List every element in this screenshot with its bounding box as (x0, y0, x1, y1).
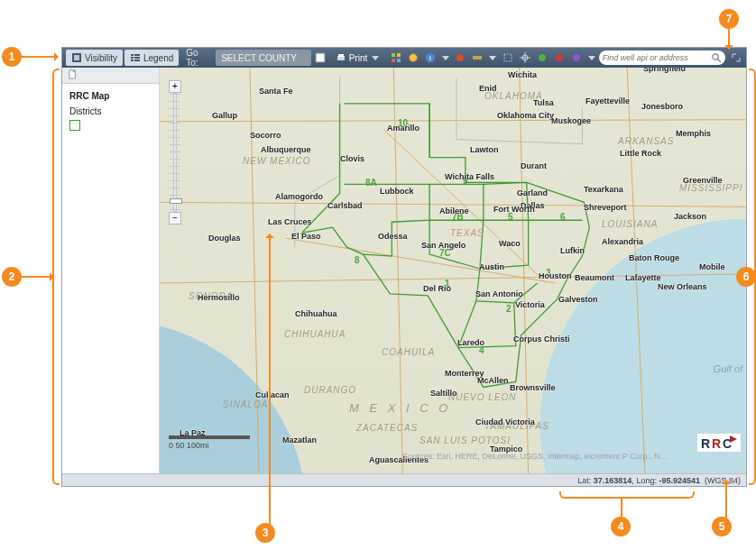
expand-button[interactable] (731, 51, 742, 64)
identify-button[interactable] (453, 50, 468, 66)
svg-text:R: R (701, 436, 710, 451)
svg-point-29 (573, 54, 580, 61)
country-label-mexico: M E X I C O (349, 401, 451, 415)
refresh-button[interactable] (534, 50, 549, 66)
svg-rect-12 (392, 53, 395, 57)
county-select[interactable]: SELECT COUNTY (216, 50, 310, 66)
city-label: San Antonio (475, 289, 523, 298)
zoom-out-button[interactable]: − (169, 212, 181, 225)
status-lon-value: -95.924541 (659, 476, 700, 485)
chevron-down-icon (370, 52, 381, 63)
city-label: Abilene (439, 206, 469, 215)
map-canvas[interactable]: NEW MEXICO OKLAHOMA ARKANSAS LOUISIANA M… (160, 68, 746, 473)
measure-button[interactable] (470, 50, 485, 66)
annotation-4: 4 (611, 517, 631, 536)
svg-marker-30 (588, 56, 595, 60)
main-area: RRC Map Districts (62, 68, 746, 473)
print-button[interactable]: Print (330, 50, 387, 66)
select-rect-button[interactable] (500, 50, 515, 66)
zoom-track[interactable] (173, 93, 177, 212)
city-label: Victoria (515, 300, 545, 309)
city-label: Corpus Christi (513, 335, 570, 344)
search-box[interactable] (599, 50, 725, 65)
district-label-8a: 8A (365, 178, 377, 188)
svg-text:i: i (429, 54, 431, 62)
city-label: Mobile (699, 262, 725, 271)
full-extent-button[interactable] (517, 50, 532, 66)
city-label: San Angelo (421, 241, 466, 250)
annotation-1: 1 (2, 47, 63, 67)
svg-marker-19 (442, 56, 449, 60)
city-label: Saltillo (430, 389, 457, 398)
city-label: Shreveport (584, 203, 627, 212)
visibility-button[interactable]: Visibility (66, 50, 123, 66)
info-button[interactable]: i (423, 50, 438, 66)
clear-button[interactable] (551, 50, 567, 66)
svg-rect-4 (131, 57, 134, 59)
chevron-down-icon (487, 52, 498, 63)
svg-rect-1 (74, 55, 79, 60)
svg-rect-6 (131, 60, 134, 61)
svg-line-39 (520, 68, 529, 473)
city-label: Beaumont (575, 273, 614, 282)
city-label: Greenville (683, 176, 723, 185)
svg-line-40 (627, 68, 645, 473)
city-label: Chihuahua (295, 309, 337, 318)
white-box-button[interactable] (313, 50, 328, 66)
svg-point-20 (456, 54, 464, 61)
state-label-nuevo-leon: NUEVO LEON (448, 392, 517, 402)
legend-swatch-districts (69, 120, 80, 131)
city-label: Alamogordo (275, 192, 323, 201)
app-frame: Visibility Legend Go To: SELECT COUNTY P… (61, 47, 747, 487)
svg-rect-14 (392, 59, 395, 62)
city-label: Lubbock (380, 187, 414, 196)
city-label: Austin (479, 262, 504, 271)
side-tabs (62, 68, 159, 84)
city-label: Texarkana (584, 185, 623, 194)
basemap-button[interactable] (405, 50, 420, 66)
city-label: Garland (517, 188, 548, 197)
search-input[interactable] (603, 53, 711, 62)
zoom-slider[interactable]: + − (169, 80, 181, 225)
svg-rect-21 (473, 56, 482, 60)
svg-rect-10 (338, 54, 344, 57)
state-label-durango: DURANGO (304, 385, 356, 395)
svg-point-28 (556, 54, 563, 61)
city-label: Clovis (340, 154, 364, 163)
city-label: Douglas (208, 234, 241, 243)
svg-line-32 (717, 60, 721, 63)
city-label: Mazatlan (282, 435, 317, 445)
status-lon-label: Long: (636, 476, 657, 485)
zoom-handle[interactable] (170, 198, 182, 204)
print-icon (336, 52, 346, 63)
svg-point-27 (539, 54, 546, 61)
city-label: Albuquerque (261, 145, 311, 154)
annotation-5: 5 (712, 517, 732, 536)
city-label: Durant (521, 161, 547, 170)
help-button[interactable] (569, 50, 585, 66)
city-label: Ciudad Victoria (475, 417, 535, 426)
district-label-6: 6 (560, 212, 566, 222)
city-label: Culiacan (255, 390, 290, 399)
map-attribution: Sources: Esri, HERE, DeLorme, USGS, Inte… (160, 452, 746, 461)
state-label-texas: TEXAS (450, 228, 484, 238)
document-icon[interactable] (68, 69, 78, 81)
apps-button[interactable] (388, 50, 403, 66)
city-label: Gallup (212, 111, 237, 120)
annotation-6-brace (749, 69, 756, 485)
annotation-4-line (621, 499, 622, 517)
side-panel: RRC Map Districts (62, 68, 160, 473)
city-label: Del Rio (423, 284, 451, 293)
state-label-chihuahua: CHIHUAHUA (284, 329, 346, 339)
annotation-2-brace (52, 69, 60, 485)
status-bar: Lat: 37.163814, Long: -95.924541 (WGS 84… (62, 473, 746, 486)
city-label: Fort Worth (493, 205, 535, 214)
svg-marker-11 (372, 56, 379, 60)
svg-point-31 (712, 54, 717, 60)
annotation-3: 3 (255, 523, 275, 543)
state-label-coahuila: COAHUILA (382, 347, 435, 357)
zoom-in-button[interactable]: + (169, 80, 181, 93)
state-label-zacatecas: ZACATECAS (356, 423, 418, 433)
legend-button[interactable]: Legend (124, 50, 179, 66)
city-label: Alexandria (602, 237, 643, 246)
